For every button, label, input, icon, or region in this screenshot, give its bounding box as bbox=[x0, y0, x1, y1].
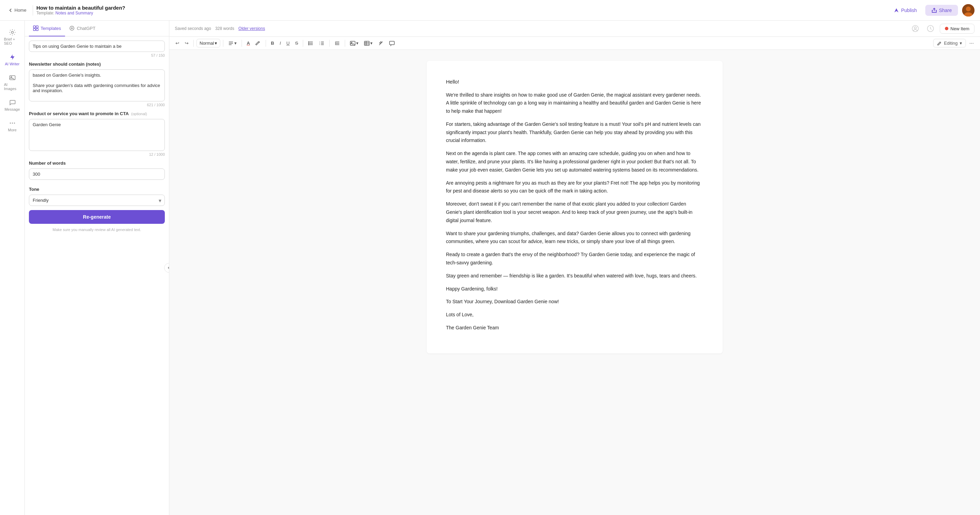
format-clear-button[interactable] bbox=[376, 39, 386, 48]
content-para-4: Are annoying pests a nightmare for you a… bbox=[446, 179, 703, 196]
content-para-9: Happy Gardening, folks! bbox=[446, 285, 703, 293]
comment-button[interactable] bbox=[387, 39, 397, 48]
content-para-6: Want to share your gardening triumphs, c… bbox=[446, 230, 703, 246]
content-para-12: The Garden Genie Team bbox=[446, 324, 703, 332]
sidebar-item-ai-writer[interactable]: AI Writer bbox=[2, 51, 23, 69]
cta-label: Product or service you want to promote i… bbox=[29, 111, 165, 116]
editing-badge[interactable]: Editing ▾ bbox=[933, 39, 966, 48]
chatgpt-icon bbox=[69, 25, 75, 31]
chevron-left-collapse-icon bbox=[167, 266, 169, 270]
svg-rect-12 bbox=[36, 26, 38, 28]
indent-icon bbox=[334, 41, 340, 46]
content-para-1: We're thrilled to share insights on how … bbox=[446, 91, 703, 116]
settings-icon bbox=[9, 29, 16, 36]
svg-point-9 bbox=[12, 123, 13, 124]
format-select[interactable]: Normal ▾ bbox=[196, 39, 220, 48]
image-chevron-icon: ▾ bbox=[356, 41, 358, 46]
older-versions-link[interactable]: Older versions bbox=[239, 26, 265, 31]
doc-subtitle: Template: Notes and Summary bbox=[37, 11, 125, 16]
bold-button[interactable]: B bbox=[269, 39, 276, 47]
insert-table-button[interactable]: ▾ bbox=[362, 39, 375, 48]
svg-point-23 bbox=[309, 43, 309, 44]
doc-title-area: How to maintain a beautiful garden? Temp… bbox=[37, 5, 125, 16]
svg-rect-13 bbox=[33, 29, 35, 31]
notes-textarea[interactable]: based on Garden Genie's insights. Share … bbox=[29, 70, 165, 101]
italic-button[interactable]: I bbox=[278, 39, 283, 47]
svg-rect-14 bbox=[36, 29, 38, 31]
tab-templates[interactable]: Templates bbox=[29, 21, 65, 36]
svg-point-35 bbox=[351, 42, 352, 43]
sidebar-item-brief-seo[interactable]: Brief + SEO bbox=[2, 26, 23, 48]
insert-table-icon bbox=[364, 41, 369, 46]
highlight-icon bbox=[255, 41, 261, 46]
regenerate-button[interactable]: Re-generate bbox=[29, 210, 165, 224]
history-icon-button[interactable] bbox=[924, 24, 936, 34]
svg-rect-36 bbox=[364, 41, 369, 45]
strikethrough-button[interactable]: S bbox=[293, 39, 301, 47]
svg-rect-6 bbox=[10, 76, 15, 80]
highlight-button[interactable] bbox=[253, 39, 263, 48]
disclaimer-text: Make sure you manually review all AI gen… bbox=[29, 227, 165, 232]
redo-button[interactable]: ↪ bbox=[183, 39, 191, 47]
insert-image-button[interactable]: ▾ bbox=[348, 39, 361, 48]
avatar-icon-button[interactable] bbox=[910, 24, 921, 34]
svg-point-17 bbox=[914, 27, 916, 29]
toolbar-sep-6 bbox=[329, 40, 330, 47]
comment-icon bbox=[389, 41, 395, 46]
edit-icon bbox=[937, 41, 942, 46]
align-button[interactable]: ▾ bbox=[226, 39, 239, 48]
format-clear-icon bbox=[378, 41, 384, 46]
toolbar-sep-7 bbox=[345, 40, 345, 47]
align-chevron-icon: ▾ bbox=[234, 41, 237, 46]
template-char-count: 57 / 150 bbox=[29, 53, 165, 57]
words-input[interactable] bbox=[29, 168, 165, 180]
more-options-button[interactable]: ⋯ bbox=[967, 39, 976, 47]
notes-wrap: based on Garden Genie's insights. Share … bbox=[29, 70, 165, 103]
sidebar-item-more[interactable]: More bbox=[2, 117, 23, 135]
numbered-list-button[interactable]: 123 bbox=[317, 39, 326, 48]
svg-point-2 bbox=[966, 6, 971, 11]
svg-point-8 bbox=[10, 123, 11, 124]
tab-chatgpt[interactable]: ChatGPT bbox=[65, 21, 99, 36]
template-link[interactable]: Notes and Summary bbox=[56, 11, 93, 16]
topbar-right: Publish Share bbox=[889, 4, 975, 16]
svg-point-22 bbox=[309, 41, 309, 42]
text-color-button[interactable]: A bbox=[245, 39, 252, 47]
svg-marker-0 bbox=[894, 8, 899, 13]
tone-select[interactable]: Friendly Professional Casual Formal Humo… bbox=[29, 195, 165, 206]
cta-char-count: 12 / 1000 bbox=[29, 152, 165, 157]
dots-icon bbox=[9, 120, 16, 127]
topbar-left: Home How to maintain a beautiful garden?… bbox=[5, 5, 885, 16]
content-para-5: Moreover, don't sweat it if you can't re… bbox=[446, 200, 703, 225]
home-label: Home bbox=[14, 8, 27, 13]
svg-rect-40 bbox=[390, 41, 395, 45]
cta-textarea[interactable]: Garden Genie bbox=[29, 119, 165, 151]
image-icon bbox=[9, 74, 16, 81]
new-item-dot bbox=[945, 27, 948, 30]
indent-button[interactable] bbox=[332, 39, 342, 48]
new-item-button[interactable]: New Item bbox=[940, 24, 975, 34]
home-button[interactable]: Home bbox=[5, 6, 29, 14]
undo-button[interactable]: ↩ bbox=[173, 39, 181, 47]
toolbar-sep-5 bbox=[303, 40, 303, 47]
share-button[interactable]: Share bbox=[925, 5, 958, 16]
toolbar-sep-4 bbox=[266, 40, 266, 47]
insert-image-icon bbox=[350, 41, 355, 46]
bullet-list-icon bbox=[308, 41, 313, 46]
content-para-7: Ready to create a garden that's the envy… bbox=[446, 250, 703, 267]
templates-icon bbox=[33, 25, 38, 31]
numbered-list-icon: 123 bbox=[319, 41, 325, 46]
content-greeting: Hello! bbox=[446, 78, 703, 86]
align-icon bbox=[228, 41, 234, 46]
toolbar-sep-1 bbox=[193, 40, 194, 47]
publish-button[interactable]: Publish bbox=[889, 5, 921, 15]
sidebar-item-ai-images[interactable]: AI Images bbox=[2, 71, 23, 93]
editor-area: Saved seconds ago 328 words Older versio… bbox=[169, 21, 980, 515]
content-para-10: To Start Your Journey, Download Garden G… bbox=[446, 298, 703, 306]
underline-button[interactable]: U bbox=[284, 39, 291, 47]
template-name-input[interactable] bbox=[29, 41, 165, 52]
bullet-list-button[interactable] bbox=[306, 39, 315, 48]
sidebar-item-message[interactable]: Message bbox=[2, 96, 23, 114]
table-chevron-icon: ▾ bbox=[370, 41, 373, 46]
cta-wrap: Garden Genie bbox=[29, 119, 165, 152]
